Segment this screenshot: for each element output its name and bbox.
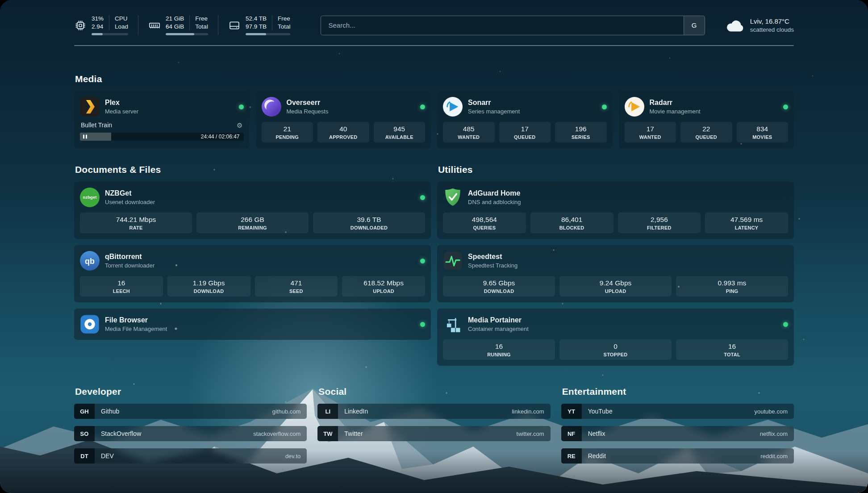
dashboard-screen: 31% 2.94 CPU Load <box>0 0 868 493</box>
bookmark-linkedin[interactable]: LI LinkedIn linkedin.com <box>317 404 550 419</box>
service-name: Plex <box>105 99 138 107</box>
card-filebrowser[interactable]: File Browser Media File Management <box>74 309 431 340</box>
search-input[interactable] <box>321 16 683 35</box>
disk-total-label: Total <box>278 23 291 30</box>
service-name: Speedtest <box>468 253 517 261</box>
status-dot <box>420 104 425 109</box>
section-documents: Documents & Files nzbget <box>74 164 431 340</box>
search-box: G <box>321 16 705 35</box>
bookmark-group-developer: Developer GH Github github.com SO StackO… <box>74 386 307 464</box>
bookmark-youtube[interactable]: YT YouTube youtube.com <box>561 404 794 419</box>
ram-total-value: 64 GiB <box>166 23 184 30</box>
stat-rate: 744.21 Mbps RATE <box>80 213 192 233</box>
bookmark-netflix[interactable]: NF Netflix netflix.com <box>561 426 794 441</box>
bookmark-group-social: Social LI LinkedIn linkedin.com TW Twitt… <box>317 386 550 464</box>
service-description: Torrent downloader <box>105 262 154 269</box>
service-name: qBittorrent <box>105 253 154 261</box>
bookmark-name: DEV <box>95 452 285 460</box>
disk-monitor: 52.4 TB 97.9 TB Free Total <box>218 15 300 35</box>
stat-series: 196 SERIES <box>555 122 607 142</box>
nzbget-icon: nzbget <box>80 188 100 207</box>
pause-icon <box>83 135 87 139</box>
stat-queued: 17 QUEUED <box>499 122 551 142</box>
card-portainer[interactable]: Media Portainer Container management 16 … <box>437 309 794 366</box>
bookmark-abbr: YT <box>561 404 582 419</box>
bookmark-name: LinkedIn <box>338 408 512 415</box>
card-overseerr[interactable]: Overseerr Media Requests 21 PENDING 40 A… <box>256 91 431 148</box>
stat-upload: 9.24 Gbps UPLOAD <box>559 276 672 297</box>
bookmark-abbr: GH <box>74 404 95 419</box>
bookmark-github[interactable]: GH Github github.com <box>74 404 307 419</box>
service-description: Media Requests <box>287 108 329 115</box>
card-qbittorrent[interactable]: qb qBittorrent Torrent downloader <box>74 245 431 302</box>
svg-text:qb: qb <box>85 257 95 266</box>
cpu-monitor: 31% 2.94 CPU Load <box>74 15 138 35</box>
section-title-documents: Documents & Files <box>75 164 431 175</box>
bookmark-name: Github <box>95 408 272 415</box>
service-name: Sonarr <box>468 99 520 107</box>
svg-text:nzbget: nzbget <box>83 195 97 200</box>
service-name: AdGuard Home <box>468 189 521 197</box>
search-engine-button[interactable]: G <box>684 16 705 35</box>
stat-running: 16 RUNNING <box>443 339 555 360</box>
bookmark-url: github.com <box>272 408 307 415</box>
cpu-usage-label: CPU <box>115 15 128 22</box>
service-description: Container management <box>468 326 529 332</box>
topbar-divider <box>74 45 794 46</box>
service-name: NZBGet <box>105 189 155 197</box>
bookmark-group-entertainment: Entertainment YT YouTube youtube.com NF … <box>561 386 794 464</box>
portainer-icon <box>443 314 463 334</box>
stat-approved: 40 APPROVED <box>317 122 369 142</box>
service-name: Overseerr <box>287 99 329 107</box>
stat-wanted: 485 WANTED <box>443 122 495 142</box>
weather-condition: scattered clouds <box>750 26 794 33</box>
stat-movies: 834 MOVIES <box>737 122 789 142</box>
bookmark-name: Netflix <box>582 430 760 437</box>
bookmark-name: Twitter <box>338 430 516 437</box>
service-description: Usenet downloader <box>105 199 155 205</box>
bookmark-reddit[interactable]: RE Reddit reddit.com <box>561 448 794 464</box>
bookmark-url: twitter.com <box>517 430 551 437</box>
bookmark-url: youtube.com <box>755 408 794 415</box>
section-title-social: Social <box>318 386 550 397</box>
card-adguard[interactable]: AdGuard Home DNS and adblocking 498,564 … <box>437 182 794 239</box>
filebrowser-icon <box>80 314 100 334</box>
bookmark-url: linkedin.com <box>512 408 550 415</box>
stat-ping: 0.993 ms PING <box>676 276 788 297</box>
card-nzbget[interactable]: nzbget NZBGet Usenet downloader 74 <box>74 182 431 239</box>
bookmarks: Developer GH Github github.com SO StackO… <box>74 386 794 464</box>
card-radarr[interactable]: Radarr Movie management 17 WANTED 22 QUE… <box>619 91 794 148</box>
bookmark-name: YouTube <box>582 408 755 415</box>
ram-monitor: 21 GiB 64 GiB Free Total <box>138 15 218 35</box>
stat-leech: 16 LEECH <box>80 276 163 297</box>
now-playing-title: Bullet Train <box>81 121 112 129</box>
disk-free-value: 52.4 TB <box>246 15 267 22</box>
stat-seed: 471 SEED <box>255 276 338 297</box>
stat-latency: 47.569 ms LATENCY <box>705 213 788 233</box>
bookmark-url: reddit.com <box>760 453 794 460</box>
card-plex[interactable]: Plex Media server Bullet Train ⚙ 24:44 /… <box>74 91 250 148</box>
cloud-icon <box>726 18 744 33</box>
card-speedtest[interactable]: Speedtest Speedtest Tracking 9.65 Gbps D… <box>437 245 794 302</box>
settings-gear-icon[interactable]: ⚙ <box>237 122 242 129</box>
bookmark-dev[interactable]: DT DEV dev.to <box>74 448 307 464</box>
stat-blocked: 86,401 BLOCKED <box>530 213 613 233</box>
bookmark-abbr: SO <box>74 426 95 441</box>
card-sonarr[interactable]: Sonarr Series management 485 WANTED 17 Q… <box>437 91 613 148</box>
stat-total: 16 TOTAL <box>676 339 788 360</box>
cpu-load-value: 2.94 <box>92 23 104 30</box>
disk-total-value: 97.9 TB <box>246 23 267 30</box>
status-dot <box>602 104 607 109</box>
playback-time: 24:44 / 02:06:47 <box>201 134 240 140</box>
bookmark-stackoverflow[interactable]: SO StackOverflow stackoverflow.com <box>74 426 307 441</box>
service-description: Movie management <box>650 108 701 115</box>
cpu-progress-bar <box>92 33 128 35</box>
service-description: Speedtest Tracking <box>468 262 517 269</box>
service-name: File Browser <box>105 316 167 324</box>
stat-queued: 22 QUEUED <box>680 122 732 142</box>
bookmark-twitter[interactable]: TW Twitter twitter.com <box>317 426 550 441</box>
ram-icon <box>148 19 161 32</box>
ram-progress-bar <box>166 33 208 35</box>
bookmark-abbr: LI <box>317 404 338 419</box>
status-dot <box>420 195 425 200</box>
